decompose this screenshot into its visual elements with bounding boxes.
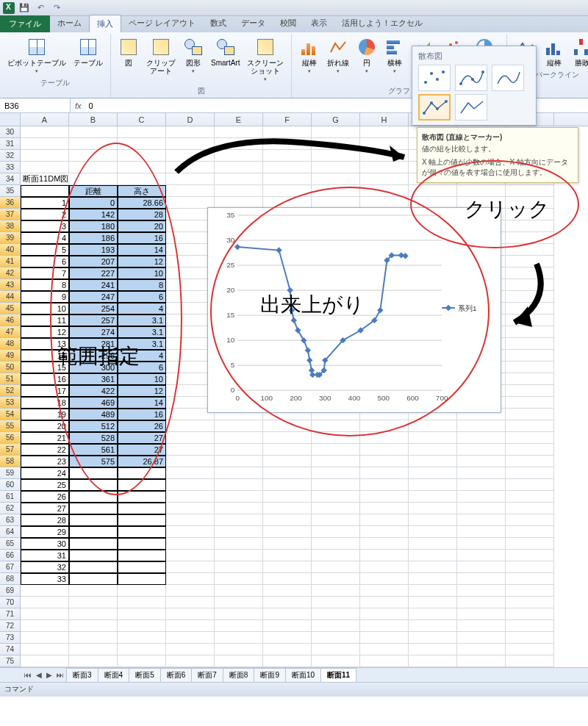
cell[interactable] — [457, 608, 506, 620]
cell[interactable] — [506, 561, 554, 573]
column-header[interactable]: B — [69, 113, 118, 126]
cell[interactable] — [263, 608, 312, 620]
cell[interactable] — [457, 514, 506, 526]
cell[interactable]: 10 — [118, 267, 166, 279]
row-header[interactable]: 67 — [0, 561, 21, 573]
cell[interactable] — [118, 491, 166, 503]
cell[interactable] — [506, 291, 554, 303]
cell[interactable] — [312, 632, 360, 644]
cell[interactable] — [506, 514, 554, 526]
cell[interactable] — [360, 479, 409, 491]
cell[interactable] — [457, 655, 506, 667]
cell[interactable] — [506, 597, 554, 608]
cell[interactable] — [312, 162, 360, 173]
cell[interactable] — [263, 150, 312, 162]
cell[interactable]: 9 — [21, 291, 69, 303]
cell[interactable] — [215, 561, 263, 573]
cell[interactable]: 3.1 — [118, 326, 166, 338]
row-header[interactable]: 45 — [0, 303, 21, 315]
cell[interactable] — [263, 632, 312, 644]
cell[interactable]: 8 — [21, 279, 69, 291]
cell[interactable] — [166, 420, 215, 432]
cell[interactable] — [166, 526, 215, 538]
cell[interactable]: 20 — [21, 420, 69, 432]
cell[interactable] — [506, 444, 554, 456]
cell[interactable] — [21, 655, 69, 667]
cell[interactable] — [409, 420, 457, 432]
cell[interactable] — [118, 561, 166, 573]
cell[interactable]: 6 — [21, 256, 69, 267]
sheet-tab[interactable]: 断面4 — [98, 668, 130, 682]
row-header[interactable]: 34 — [0, 173, 21, 185]
cell[interactable] — [166, 150, 215, 162]
cell[interactable]: 24 — [21, 467, 69, 479]
cell[interactable] — [409, 503, 457, 514]
cell[interactable]: 207 — [69, 256, 118, 267]
redo-button[interactable]: ↷ — [50, 1, 63, 15]
cell[interactable] — [166, 126, 215, 138]
cell[interactable] — [360, 585, 409, 597]
scatter-straight[interactable] — [455, 94, 487, 121]
cell[interactable]: 3 — [21, 220, 69, 232]
undo-button[interactable]: ↶ — [34, 1, 47, 15]
cell[interactable]: 10 — [118, 373, 166, 385]
cell[interactable]: 489 — [69, 409, 118, 420]
cell[interactable]: 28 — [118, 209, 166, 220]
ribbon-tab[interactable]: データ — [234, 15, 273, 32]
cell[interactable] — [215, 573, 263, 585]
cell[interactable] — [312, 597, 360, 608]
cell[interactable] — [457, 432, 506, 444]
cell[interactable] — [457, 538, 506, 550]
row-header[interactable]: 58 — [0, 456, 21, 467]
cell[interactable] — [506, 479, 554, 491]
table-button[interactable]: テーブル — [71, 35, 106, 76]
cell[interactable] — [457, 467, 506, 479]
cell[interactable] — [360, 655, 409, 667]
cell[interactable] — [21, 585, 69, 597]
ribbon-tab[interactable]: ホーム — [50, 15, 89, 32]
row-header[interactable]: 38 — [0, 220, 21, 232]
cell[interactable] — [409, 608, 457, 620]
cell[interactable] — [263, 467, 312, 479]
cell[interactable] — [263, 444, 312, 456]
cell[interactable] — [263, 620, 312, 632]
cell[interactable] — [360, 573, 409, 585]
cell[interactable] — [360, 503, 409, 514]
cell[interactable] — [263, 432, 312, 444]
cell[interactable] — [263, 644, 312, 655]
row-header[interactable]: 44 — [0, 291, 21, 303]
cell[interactable] — [118, 173, 166, 185]
cell[interactable]: 28 — [21, 514, 69, 526]
cell[interactable]: 16 — [118, 232, 166, 244]
cell[interactable] — [360, 138, 409, 150]
column-header[interactable]: A — [21, 113, 69, 126]
cell[interactable] — [457, 456, 506, 467]
cell[interactable] — [118, 632, 166, 644]
cell[interactable] — [69, 479, 118, 491]
cell[interactable] — [506, 256, 554, 267]
cell[interactable] — [312, 126, 360, 138]
cell[interactable] — [215, 444, 263, 456]
column-header[interactable]: G — [312, 113, 360, 126]
cell[interactable] — [312, 620, 360, 632]
cell[interactable] — [312, 138, 360, 150]
cell[interactable] — [21, 138, 69, 150]
cell[interactable] — [69, 491, 118, 503]
cell[interactable] — [263, 526, 312, 538]
cell[interactable] — [118, 126, 166, 138]
cell[interactable]: 247 — [69, 291, 118, 303]
cell[interactable]: 16 — [21, 373, 69, 385]
cell[interactable] — [506, 538, 554, 550]
cell[interactable] — [118, 150, 166, 162]
cell[interactable] — [312, 456, 360, 467]
cell[interactable] — [215, 173, 263, 185]
cell[interactable] — [69, 173, 118, 185]
cell[interactable] — [69, 561, 118, 573]
cell[interactable]: 4 — [118, 350, 166, 362]
cell[interactable] — [166, 561, 215, 573]
cell[interactable] — [506, 220, 554, 232]
fx-icon[interactable]: fx — [71, 101, 86, 110]
cell[interactable] — [166, 644, 215, 655]
cell[interactable] — [409, 550, 457, 561]
cell[interactable] — [215, 420, 263, 432]
